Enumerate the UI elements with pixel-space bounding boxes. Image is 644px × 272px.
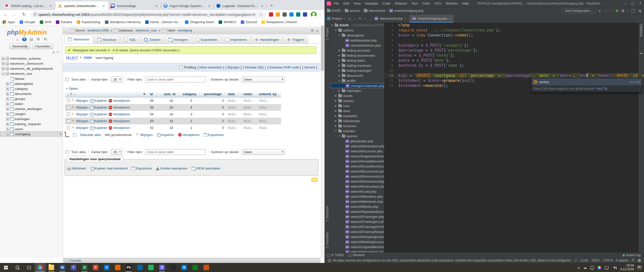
row-action-kopiëren[interactable]: Kopiëren — [90, 106, 107, 109]
bookmark-item[interactable]: KaasHosting — [77, 20, 100, 24]
project-tree-item[interactable]: PHPcancelAbsention.php — [330, 43, 384, 48]
pma-tree-item[interactable]: Nieuw — [0, 76, 63, 81]
query-op-kopieer-naar-klembord[interactable]: Kopieer naar klembord — [90, 166, 128, 170]
profiling-checkbox[interactable] — [179, 66, 183, 69]
doc-icon[interactable]: ▤ — [29, 37, 34, 42]
bookmark-item[interactable]: 3FM — [40, 20, 51, 24]
row-action-wijzigen[interactable]: Wijzigen — [72, 99, 88, 103]
chrome-tray-icon[interactable] — [597, 266, 601, 269]
taskbar-app-word[interactable]: W — [57, 263, 68, 272]
project-tree-item[interactable]: ▶leiding-accounts — [330, 48, 384, 53]
coverage-icon[interactable]: ◔ — [610, 9, 612, 13]
nav-crumb[interactable]: PHPinsertVoortgang.php — [389, 9, 423, 13]
project-tree-item[interactable]: ▼actions — [330, 28, 384, 33]
project-tree-item[interactable]: PHPselectAllChauffeurDocu... — [330, 164, 384, 169]
tree-settings-icon[interactable]: ⚙ — [357, 17, 363, 20]
server-link[interactable]: localhost:3306 — [88, 28, 109, 32]
column-header-notes[interactable]: notes — [242, 91, 257, 97]
bookmark-item[interactable]: Apps — [3, 20, 15, 24]
nav-crumb[interactable]: actions — [345, 9, 360, 13]
row-checkbox[interactable] — [67, 99, 70, 102]
project-tree-item[interactable]: ▶assets — [330, 93, 384, 98]
project-tree-item[interactable]: PHPselectAllTrainingen2.php — [330, 219, 384, 224]
column-header-category[interactable]: category — [181, 91, 202, 97]
project-tool-selector[interactable]: Project ▾ — [325, 17, 347, 20]
row-checkbox[interactable] — [67, 119, 70, 123]
project-tree-item[interactable]: PHPselectAllAvailableLeerlin... — [330, 159, 384, 164]
project-tree-item[interactable]: PHPselectAllAlgemeenDocu... — [330, 154, 384, 159]
tree-arrow-icon[interactable]: ▶ — [335, 120, 337, 122]
column-header-id[interactable]: id — [148, 91, 162, 97]
footer-action-kopiëren[interactable]: Kopiëren — [157, 133, 174, 137]
tree-arrow-icon[interactable]: ▶ — [335, 94, 337, 97]
link[interactable]: Ververs — [304, 65, 315, 69]
taskbar-app-mail[interactable]: ✉ — [179, 263, 190, 272]
pma-tab-import[interactable]: Importeren — [222, 36, 250, 44]
link[interactable]: Wijzigen — [227, 65, 240, 69]
encoding[interactable]: UTF-8 — [603, 259, 612, 262]
column-header-entered_by[interactable]: entered_by — [257, 91, 281, 97]
bookmark-item[interactable]: Discord — [241, 20, 257, 24]
project-tree-item[interactable]: PHPchangeCredentials.php — [330, 83, 384, 88]
tab-close-icon[interactable]: × — [154, 4, 158, 8]
scrollbar-thumb[interactable] — [321, 26, 324, 71]
project-tree-item[interactable]: ▼afwezigheid — [330, 33, 384, 38]
filter-input[interactable] — [145, 77, 206, 82]
tree-arrow-icon[interactable]: ▶ — [335, 99, 337, 102]
pma-tree-item[interactable]: +training_requests — [0, 121, 63, 126]
sort-select[interactable]: Geen — [242, 149, 285, 155]
start-button[interactable] — [0, 263, 12, 272]
query-op-view-aanmaken[interactable]: VIEW aanmaken — [192, 166, 221, 170]
select-all-checkbox[interactable] — [73, 133, 76, 137]
footer-action-wijzigen[interactable]: Wijzigen — [136, 133, 153, 137]
row-checkbox[interactable] — [67, 126, 70, 129]
help-icon[interactable]: ? — [22, 38, 27, 41]
project-tree-item[interactable]: PHPselectAllAbsentions.ph... — [330, 249, 384, 252]
project-tree-item[interactable]: PHPselectAllDocuments.php — [330, 169, 384, 174]
pma-tree-item[interactable]: +trainingen — [0, 116, 63, 121]
tree-arrow-icon[interactable]: ▶ — [338, 64, 341, 67]
pma-tree-item[interactable]: +mentor_leerlingen — [0, 106, 63, 111]
tab-close-icon[interactable]: × — [102, 4, 106, 8]
row-action-verwijderen[interactable]: Verwijderen — [109, 106, 130, 109]
editor-tab[interactable]: PHPlidoverzicht.php× — [372, 15, 409, 23]
project-tree-item[interactable]: ▶examples — [330, 113, 384, 118]
taskbar-app-outlook[interactable]: O — [101, 263, 112, 272]
settings-icon[interactable]: ⚙ — [36, 37, 41, 42]
favorites-button[interactable]: Favorieten — [33, 44, 53, 49]
row-action-verwijderen[interactable]: Verwijderen — [109, 112, 130, 116]
tree-arrow-icon[interactable]: ▶ — [335, 110, 337, 112]
stripe-structure-label[interactable]: 7: Structure — [326, 206, 329, 222]
pma-tree-item[interactable]: +groups — [0, 96, 63, 101]
adblock-icon[interactable] — [269, 12, 273, 17]
back-icon[interactable]: ← — [3, 11, 9, 18]
column-header-date[interactable]: date — [226, 91, 242, 97]
project-tree-item[interactable]: ▶docs — [330, 108, 384, 113]
ext-gray-icon[interactable] — [283, 12, 287, 17]
taskbar-app-calculator[interactable] — [190, 263, 201, 272]
profiling-link[interactable]: [ Wijzigen ] — [225, 65, 242, 69]
project-tree-item[interactable]: PHPgetUploads.php — [330, 139, 384, 144]
pma-tab-ops[interactable]: ⚙Handelingen — [251, 36, 283, 44]
profiling-link[interactable]: [ Ververs ] — [302, 65, 317, 69]
taskbar-app-discord[interactable]: D — [156, 263, 168, 272]
pma-tree-item[interactable]: +users — [0, 126, 63, 131]
page-settings-icon[interactable]: ⚙ — [311, 28, 314, 32]
row-action-kopiëren[interactable]: Kopiëren — [90, 112, 107, 116]
code-editor[interactable]: 12345678910111213 <?phprequire_once('../… — [384, 23, 638, 252]
caret-position[interactable]: 11:84 — [581, 259, 588, 262]
event-log-button[interactable]: Event Log — [623, 253, 644, 257]
expander-icon[interactable]: + — [2, 67, 5, 70]
forward-icon[interactable]: → — [12, 11, 18, 18]
project-tree-item[interactable]: PHPselectAllTrainingenForL... — [330, 224, 384, 229]
row-action-kopiëren[interactable]: Kopiëren — [90, 99, 107, 103]
expander-icon[interactable]: + — [6, 117, 9, 121]
add-configuration-button[interactable]: Add Configuration... — [562, 8, 595, 14]
expander-icon[interactable]: + — [6, 132, 10, 136]
tree-arrow-icon[interactable]: ▼ — [338, 34, 341, 37]
num-rows-select[interactable]: 25 — [111, 77, 122, 82]
browser-tab[interactable]: cpanel1.cheesehosting.net× — [55, 2, 108, 10]
pma-logo[interactable]: phpMyAdmin — [7, 29, 63, 36]
expander-icon[interactable]: + — [6, 92, 9, 95]
next-tip-link[interactable]: Next Tip — [596, 87, 607, 90]
